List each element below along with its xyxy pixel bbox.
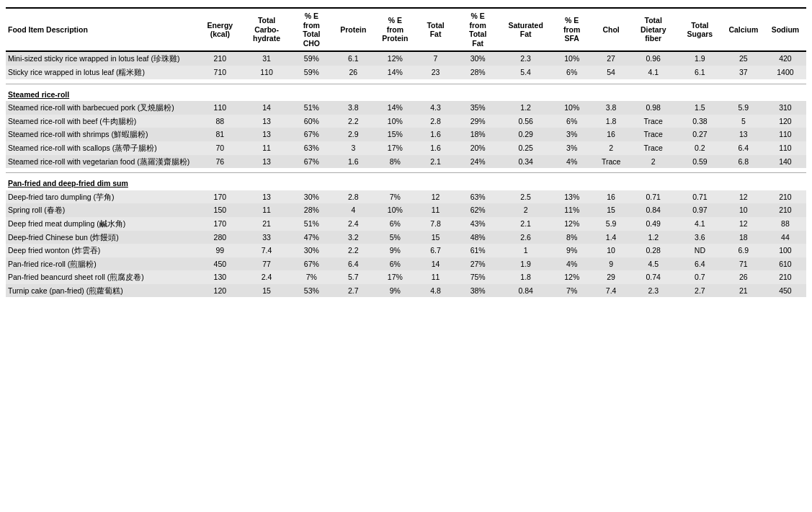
cell-4: 2.8 (332, 190, 374, 204)
cell-1: 450 (197, 257, 243, 271)
cell-6: 11 (416, 270, 455, 284)
cell-14: 610 (764, 257, 806, 271)
cell-11: 0.71 (629, 190, 677, 204)
cell-14: 44 (764, 231, 806, 244)
cell-7: 63% (455, 190, 501, 204)
cell-8: 1 (501, 244, 551, 257)
col-sodium: Sodium (764, 8, 806, 51)
cell-0: Steamed rice-roll with vegetarian food (… (6, 155, 197, 169)
cell-4: 2.2 (332, 244, 374, 257)
cell-5: 15% (374, 128, 416, 141)
cell-13: 21 (723, 284, 764, 298)
cell-3: 63% (290, 141, 332, 155)
cell-4: 26 (332, 66, 374, 79)
cell-5: 6% (374, 257, 416, 271)
cell-10: 15 (593, 203, 630, 217)
cell-12: 4.1 (677, 217, 723, 231)
nutrition-table-container: Food Item Description Energy(kcal) Total… (0, 0, 812, 304)
cell-7: 35% (455, 101, 501, 115)
cell-11: 0.49 (629, 217, 677, 231)
cell-2: 15 (243, 284, 290, 298)
nutrition-table: Food Item Description Energy(kcal) Total… (6, 7, 806, 297)
cell-9: 4% (551, 155, 593, 169)
cell-1: 76 (197, 155, 243, 169)
cell-1: 130 (197, 270, 243, 284)
cell-7: 20% (455, 141, 501, 155)
cell-2: 11 (243, 203, 290, 217)
cell-2: 33 (243, 231, 290, 244)
cell-0: Deep fried meat dumpling (鹹水角) (6, 217, 197, 231)
cell-5: 6% (374, 217, 416, 231)
section-header-row: Steamed rice-roll (6, 84, 806, 101)
cell-12: 1.9 (677, 51, 723, 66)
cell-6: 11 (416, 203, 455, 217)
cell-2: 2.4 (243, 270, 290, 284)
cell-5: 14% (374, 101, 416, 115)
cell-6: 4.3 (416, 101, 455, 115)
cell-6: 7 (416, 51, 455, 66)
cell-11: 2 (629, 155, 677, 169)
cell-10: 27 (593, 51, 630, 66)
cell-14: 210 (764, 270, 806, 284)
cell-12: 0.38 (677, 115, 723, 128)
cell-4: 2.7 (332, 284, 374, 298)
cell-14: 140 (764, 155, 806, 169)
cell-14: 88 (764, 217, 806, 231)
cell-5: 10% (374, 203, 416, 217)
cell-9: 8% (551, 231, 593, 244)
cell-5: 7% (374, 190, 416, 204)
cell-2: 13 (243, 128, 290, 141)
cell-12: 1.5 (677, 101, 723, 115)
cell-9: 11% (551, 203, 593, 217)
cell-2: 11 (243, 141, 290, 155)
cell-1: 88 (197, 115, 243, 128)
cell-7: 48% (455, 231, 501, 244)
cell-1: 170 (197, 217, 243, 231)
cell-4: 2.2 (332, 115, 374, 128)
cell-0: Deep fried wonton (炸雲吞) (6, 244, 197, 257)
cell-3: 51% (290, 217, 332, 231)
cell-10: 16 (593, 128, 630, 141)
cell-13: 5 (723, 115, 764, 128)
cell-8: 2.5 (501, 190, 551, 204)
col-sugars: TotalSugars (677, 8, 723, 51)
cell-4: 2.9 (332, 128, 374, 141)
section-header-row: Pan-fried and deep-fried dim sum (6, 173, 806, 190)
cell-3: 60% (290, 115, 332, 128)
cell-11: 2.3 (629, 284, 677, 298)
cell-5: 8% (374, 155, 416, 169)
cell-7: 38% (455, 284, 501, 298)
cell-11: 4.5 (629, 257, 677, 271)
cell-12: 0.71 (677, 190, 723, 204)
cell-13: 18 (723, 231, 764, 244)
cell-4: 3 (332, 141, 374, 155)
cell-4: 6.4 (332, 257, 374, 271)
cell-2: 7.4 (243, 244, 290, 257)
cell-6: 4.8 (416, 284, 455, 298)
cell-0: Deep-fried Chinese bun (炸饅頭) (6, 231, 197, 244)
cell-11: 1.2 (629, 231, 677, 244)
table-row: Steamed rice-roll with shrimps (鮮蝦腸粉)811… (6, 128, 806, 141)
header-row: Food Item Description Energy(kcal) Total… (6, 8, 806, 51)
cell-12: 0.27 (677, 128, 723, 141)
cell-1: 280 (197, 231, 243, 244)
cell-6: 7.8 (416, 217, 455, 231)
cell-1: 210 (197, 51, 243, 66)
cell-5: 9% (374, 244, 416, 257)
cell-0: Mini-sized sticky rice wrapped in lotus … (6, 51, 197, 66)
cell-10: Trace (593, 155, 630, 169)
cell-8: 1.9 (501, 257, 551, 271)
cell-10: 1.4 (593, 231, 630, 244)
cell-3: 30% (290, 244, 332, 257)
cell-9: 3% (551, 128, 593, 141)
cell-10: 16 (593, 190, 630, 204)
table-row: Steamed rice-roll with barbecued pork (叉… (6, 101, 806, 115)
cell-13: 12 (723, 190, 764, 204)
cell-5: 14% (374, 66, 416, 79)
cell-1: 150 (197, 203, 243, 217)
col-calcium: Calcium (723, 8, 764, 51)
cell-9: 10% (551, 51, 593, 66)
cell-11: 0.28 (629, 244, 677, 257)
cell-4: 6.1 (332, 51, 374, 66)
cell-2: 21 (243, 217, 290, 231)
